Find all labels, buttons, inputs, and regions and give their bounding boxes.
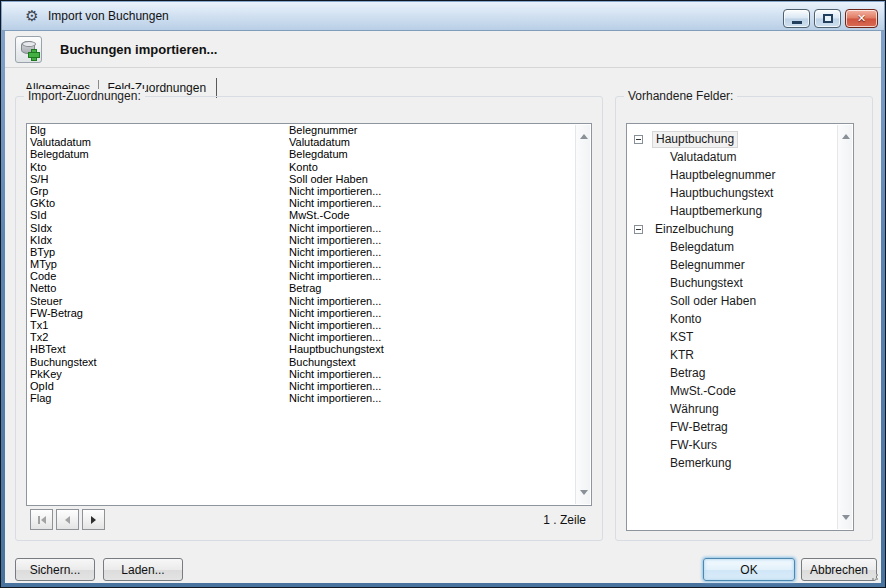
mapping-row[interactable]: Tx1Nicht importieren...	[27, 319, 591, 331]
mapping-row[interactable]: GrpNicht importieren...	[27, 185, 591, 197]
save-button[interactable]: Sichern...	[15, 558, 95, 581]
tree-leaf[interactable]: Währung	[627, 400, 853, 418]
mapping-target: Nicht importieren...	[289, 392, 591, 404]
previous-record-icon	[65, 516, 70, 524]
dialog-body: Buchungen importieren... Allgemeines Fel…	[5, 31, 881, 583]
tree-node-label[interactable]: Einzelbuchung	[652, 222, 737, 237]
tree-leaf[interactable]: KST	[627, 328, 853, 346]
tab-caret	[216, 78, 217, 98]
nav-next-button[interactable]	[82, 509, 105, 530]
available-fields-group: Vorhandene Felder: HauptbuchungValutadat…	[615, 96, 873, 541]
import-mappings-label: Import-Zuordnungen:	[24, 89, 145, 103]
row-status: 1 . Zeile	[543, 513, 586, 527]
mapping-target: Nicht importieren...	[289, 185, 591, 197]
scroll-up-icon[interactable]	[580, 134, 588, 139]
mapping-row[interactable]: KtoKonto	[27, 161, 591, 173]
mapping-target: Konto	[289, 161, 591, 173]
mapping-source: Grp	[27, 185, 289, 197]
mapping-target: Belegnummer	[289, 124, 591, 136]
collapse-icon[interactable]	[634, 225, 643, 234]
import-mappings-group: Import-Zuordnungen: BlgBelegnummerValuta…	[15, 96, 603, 541]
tree-leaf[interactable]: Hauptbuchungstext	[627, 184, 853, 202]
mapping-target: Nicht importieren...	[289, 246, 591, 258]
mapping-target: Buchungstext	[289, 356, 591, 368]
tree-leaf[interactable]: KTR	[627, 346, 853, 364]
mapping-row[interactable]: KIdxNicht importieren...	[27, 234, 591, 246]
maximize-button[interactable]	[814, 9, 841, 28]
close-button[interactable]: ✕	[845, 9, 878, 28]
mapping-row[interactable]: PkKeyNicht importieren...	[27, 368, 591, 380]
mapping-source: Flag	[27, 392, 289, 404]
mapping-target: Nicht importieren...	[289, 319, 591, 331]
mapping-target: Nicht importieren...	[289, 368, 591, 380]
mapping-source: S/H	[27, 173, 289, 185]
scroll-down-icon[interactable]	[842, 515, 850, 520]
list-scrollbar[interactable]	[575, 125, 590, 504]
tree-leaf[interactable]: Betrag	[627, 364, 853, 382]
mapping-source: Kto	[27, 161, 289, 173]
tree-leaf[interactable]: Hauptbemerkung	[627, 202, 853, 220]
mapping-row[interactable]: BelegdatumBelegdatum	[27, 148, 591, 160]
scroll-up-icon[interactable]	[842, 134, 850, 139]
mapping-list[interactable]: BlgBelegnummerValutadatumValutadatumBele…	[26, 123, 592, 506]
mapping-target: Nicht importieren...	[289, 258, 591, 270]
mapping-row[interactable]: BlgBelegnummer	[27, 124, 591, 136]
mapping-row[interactable]: NettoBetrag	[27, 282, 591, 294]
nav-previous-button[interactable]	[56, 509, 79, 530]
scroll-down-icon[interactable]	[580, 490, 588, 495]
mapping-row[interactable]: SIdxNicht importieren...	[27, 222, 591, 234]
cancel-button[interactable]: Abbrechen	[801, 558, 877, 581]
collapse-icon[interactable]	[634, 135, 643, 144]
title-bar[interactable]: ⚙ Import von Buchungen ✕	[2, 2, 884, 31]
mapping-source: BTyp	[27, 246, 289, 258]
available-fields-label: Vorhandene Felder:	[624, 89, 737, 103]
tree-leaf[interactable]: MwSt.-Code	[627, 382, 853, 400]
mapping-row[interactable]: HBTextHauptbuchungstext	[27, 343, 591, 355]
tree-leaf[interactable]: Bemerkung	[627, 454, 853, 472]
tree-leaf[interactable]: FW-Betrag	[627, 418, 853, 436]
resize-grip[interactable]	[867, 569, 879, 581]
tree-leaf[interactable]: Buchungstext	[627, 274, 853, 292]
close-icon: ✕	[857, 13, 866, 24]
tree-leaf[interactable]: Valutadatum	[627, 148, 853, 166]
tree-leaf[interactable]: Konto	[627, 310, 853, 328]
minimize-button[interactable]	[783, 9, 810, 28]
import-bookings-icon	[15, 36, 42, 63]
load-button[interactable]: Laden...	[103, 558, 183, 581]
tree-node[interactable]: Hauptbuchung	[627, 130, 853, 148]
mapping-row[interactable]: Tx2Nicht importieren...	[27, 331, 591, 343]
mapping-source: Tx2	[27, 331, 289, 343]
mapping-source: Netto	[27, 282, 289, 294]
mapping-target: Hauptbuchungstext	[289, 343, 591, 355]
tree-scrollbar[interactable]	[837, 125, 852, 529]
mapping-row[interactable]: SIdMwSt.-Code	[27, 209, 591, 221]
mapping-row[interactable]: FlagNicht importieren...	[27, 392, 591, 404]
nav-first-button[interactable]	[30, 509, 53, 530]
first-record-arrow-icon	[41, 516, 46, 524]
mapping-source: SId	[27, 209, 289, 221]
mapping-row[interactable]: BuchungstextBuchungstext	[27, 356, 591, 368]
mapping-row[interactable]: MTypNicht importieren...	[27, 258, 591, 270]
tree-node-label[interactable]: Hauptbuchung	[652, 131, 738, 148]
ok-button[interactable]: OK	[703, 558, 795, 581]
mapping-row[interactable]: S/HSoll oder Haben	[27, 173, 591, 185]
mapping-target: Soll oder Haben	[289, 173, 591, 185]
mapping-row[interactable]: ValutadatumValutadatum	[27, 136, 591, 148]
tree-leaf[interactable]: Belegnummer	[627, 256, 853, 274]
mapping-target: MwSt.-Code	[289, 209, 591, 221]
mapping-row[interactable]: BTypNicht importieren...	[27, 246, 591, 258]
mapping-source: PkKey	[27, 368, 289, 380]
fields-tree[interactable]: HauptbuchungValutadatumHauptbelegnummerH…	[626, 123, 854, 531]
tree-leaf[interactable]: Belegdatum	[627, 238, 853, 256]
tree-node[interactable]: Einzelbuchung	[627, 220, 853, 238]
mapping-row[interactable]: SteuerNicht importieren...	[27, 295, 591, 307]
mapping-row[interactable]: GKtoNicht importieren...	[27, 197, 591, 209]
mapping-row[interactable]: OpIdNicht importieren...	[27, 380, 591, 392]
tree-leaf[interactable]: Soll oder Haben	[627, 292, 853, 310]
mapping-target: Belegdatum	[289, 148, 591, 160]
mapping-source: Buchungstext	[27, 356, 289, 368]
tree-leaf[interactable]: FW-Kurs	[627, 436, 853, 454]
mapping-row[interactable]: FW-BetragNicht importieren...	[27, 307, 591, 319]
tree-leaf[interactable]: Hauptbelegnummer	[627, 166, 853, 184]
mapping-row[interactable]: CodeNicht importieren...	[27, 270, 591, 282]
